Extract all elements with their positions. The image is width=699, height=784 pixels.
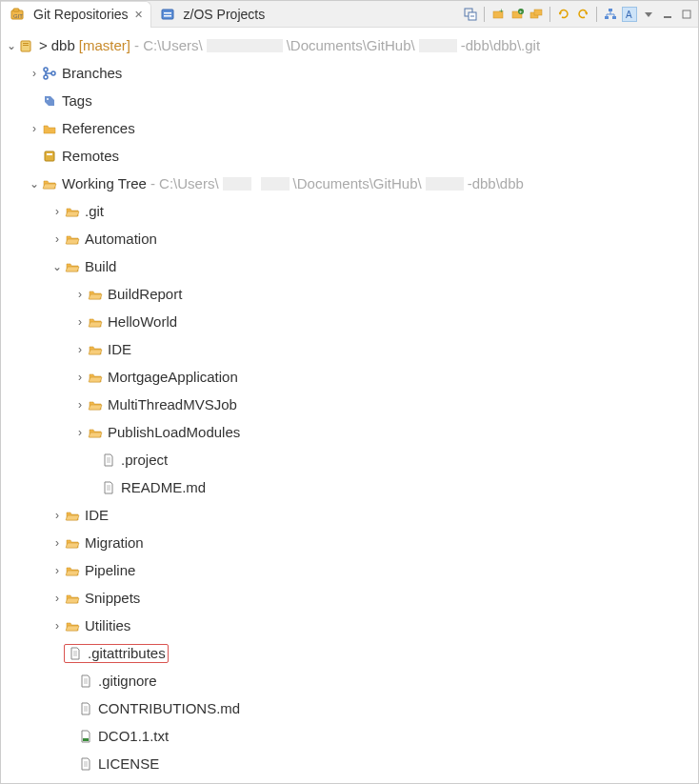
expand-arrow-icon[interactable]: › bbox=[50, 232, 64, 246]
tree-folder-publish[interactable]: › PublishLoadModules bbox=[1, 418, 698, 446]
svg-marker-22 bbox=[645, 12, 652, 17]
undo-icon[interactable] bbox=[575, 7, 590, 22]
zos-icon bbox=[159, 6, 176, 23]
tree-folder-snippets[interactable]: › Snippets bbox=[1, 584, 698, 612]
tree-branches[interactable]: › Branches bbox=[1, 59, 698, 87]
tree-folder-automation[interactable]: › Automation bbox=[1, 225, 698, 252]
tab-git-repositories[interactable]: GIT Git Repositories ✕ bbox=[1, 1, 151, 28]
expand-arrow-icon[interactable]: › bbox=[73, 426, 87, 439]
repo-icon bbox=[18, 37, 35, 54]
expand-arrow-icon[interactable]: › bbox=[73, 371, 87, 384]
refresh-icon[interactable] bbox=[556, 7, 571, 22]
tree-file-readme[interactable]: › README.md bbox=[1, 777, 698, 783]
tree-file-license[interactable]: › LICENSE bbox=[1, 750, 698, 777]
svg-rect-33 bbox=[45, 151, 54, 161]
tab-label: Git Repositories bbox=[33, 7, 129, 22]
tree-references[interactable]: › References bbox=[1, 114, 698, 142]
expand-arrow-icon[interactable]: › bbox=[73, 343, 87, 356]
repo-path-a: - C:\Users\ bbox=[134, 37, 203, 53]
expand-arrow-icon[interactable]: › bbox=[50, 592, 64, 605]
repo-path-b: \Documents\GitHub\ bbox=[287, 37, 415, 53]
add-repo-icon[interactable]: + bbox=[509, 7, 525, 22]
expand-arrow-icon[interactable]: ⌄ bbox=[5, 39, 18, 52]
expand-arrow-icon[interactable]: › bbox=[50, 564, 64, 577]
expand-arrow-icon[interactable]: › bbox=[50, 619, 64, 633]
svg-rect-34 bbox=[47, 153, 52, 155]
tree-label: Utilities bbox=[85, 617, 130, 633]
clone-repo-icon[interactable] bbox=[529, 7, 544, 22]
tree-label: DCO1.1.txt bbox=[98, 728, 169, 744]
tree-repo-root[interactable]: ⌄ > dbb [master] - C:\Users\ \Documents\… bbox=[1, 31, 698, 59]
expand-arrow-icon[interactable]: › bbox=[50, 509, 64, 522]
tree-label: Working Tree bbox=[62, 175, 147, 191]
tree-folder-helloworld[interactable]: › HelloWorld bbox=[1, 308, 698, 335]
expand-arrow-icon: › bbox=[28, 94, 41, 108]
expand-arrow-icon[interactable]: › bbox=[73, 398, 87, 412]
tree-working-tree[interactable]: ⌄ Working Tree - C:\Users\ \Documents\Gi… bbox=[1, 170, 698, 197]
tree-tags[interactable]: › Tags bbox=[1, 87, 698, 114]
tree-label: Build bbox=[85, 258, 116, 274]
file-icon bbox=[77, 673, 94, 690]
tree-folder-ide-build[interactable]: › IDE bbox=[1, 335, 698, 363]
view-menu-icon[interactable] bbox=[641, 7, 656, 22]
close-icon[interactable]: ✕ bbox=[134, 9, 143, 21]
folder-open-icon bbox=[64, 534, 81, 552]
folder-open-icon bbox=[87, 424, 104, 441]
link-editor-icon[interactable]: + bbox=[490, 7, 506, 22]
svg-rect-19 bbox=[605, 16, 609, 19]
tree-folder-mortgage[interactable]: › MortgageApplication bbox=[1, 363, 698, 391]
folder-open-icon bbox=[87, 286, 104, 303]
expand-arrow-icon[interactable]: › bbox=[50, 536, 64, 550]
redacted bbox=[207, 39, 283, 52]
tree-label: Automation bbox=[85, 231, 157, 247]
file-icon bbox=[100, 479, 117, 496]
repo-path-c: -dbb\dbb\.git bbox=[461, 37, 540, 53]
tree-file-contributions[interactable]: › CONTRIBUTIONS.md bbox=[1, 694, 698, 722]
highlighted-item: .gitattributes bbox=[64, 644, 169, 663]
tree-file-readme-build[interactable]: › README.md bbox=[1, 473, 698, 501]
expand-arrow-icon[interactable]: › bbox=[73, 315, 87, 329]
tree-file-dco[interactable]: › DCO1.1.txt bbox=[1, 722, 698, 750]
svg-point-29 bbox=[44, 75, 48, 79]
tree-folder-git[interactable]: › .git bbox=[1, 197, 698, 225]
tree-file-gitignore[interactable]: › .gitignore bbox=[1, 667, 698, 694]
expand-arrow-icon[interactable]: ⌄ bbox=[50, 260, 64, 273]
svg-rect-26 bbox=[23, 43, 29, 44]
tree-folder-utilities[interactable]: › Utilities bbox=[1, 612, 698, 639]
tree-folder-buildreport[interactable]: › BuildReport bbox=[1, 280, 698, 308]
tree-file-project[interactable]: › .project bbox=[1, 446, 698, 473]
folder-open-icon bbox=[41, 175, 58, 192]
maximize-icon[interactable] bbox=[679, 7, 694, 22]
tree-folder-multithread[interactable]: › MultiThreadMVSJob bbox=[1, 391, 698, 418]
branches-icon bbox=[41, 65, 58, 82]
hierarchy-icon[interactable] bbox=[603, 7, 618, 22]
tree-label: Tags bbox=[62, 92, 92, 109]
tab-zos-projects[interactable]: z/OS Projects bbox=[151, 1, 273, 28]
tree-folder-build[interactable]: ⌄ Build bbox=[1, 252, 698, 280]
expand-arrow-icon[interactable]: › bbox=[28, 122, 41, 135]
svg-point-28 bbox=[44, 68, 48, 71]
expand-arrow-icon[interactable]: ⌄ bbox=[28, 177, 41, 191]
tree-folder-ide[interactable]: › IDE bbox=[1, 501, 698, 529]
folder-open-icon bbox=[64, 258, 81, 275]
tags-icon bbox=[41, 92, 58, 110]
tree-folder-pipeline[interactable]: › Pipeline bbox=[1, 556, 698, 584]
folder-open-icon bbox=[64, 562, 81, 579]
filter-icon[interactable]: A bbox=[622, 7, 637, 22]
tree-folder-migration[interactable]: › Migration bbox=[1, 529, 698, 556]
svg-text:GIT: GIT bbox=[13, 13, 23, 19]
expand-arrow-icon: › bbox=[28, 150, 41, 163]
minimize-icon[interactable] bbox=[660, 7, 675, 22]
expand-arrow-icon[interactable]: › bbox=[28, 67, 41, 80]
tree-remotes[interactable]: › Remotes bbox=[1, 142, 698, 170]
folder-open-icon bbox=[64, 231, 81, 248]
tree-file-gitattributes[interactable]: .gitattributes bbox=[1, 639, 698, 667]
tree-label: Migration bbox=[85, 534, 144, 551]
collapse-all-icon[interactable] bbox=[463, 7, 478, 22]
tree-label: README.md bbox=[121, 479, 206, 495]
expand-arrow-icon[interactable]: › bbox=[50, 205, 64, 218]
svg-rect-4 bbox=[164, 12, 171, 14]
tree-label: .gitignore bbox=[98, 673, 157, 689]
expand-arrow-icon[interactable]: › bbox=[73, 288, 87, 301]
svg-text:+: + bbox=[499, 8, 504, 15]
